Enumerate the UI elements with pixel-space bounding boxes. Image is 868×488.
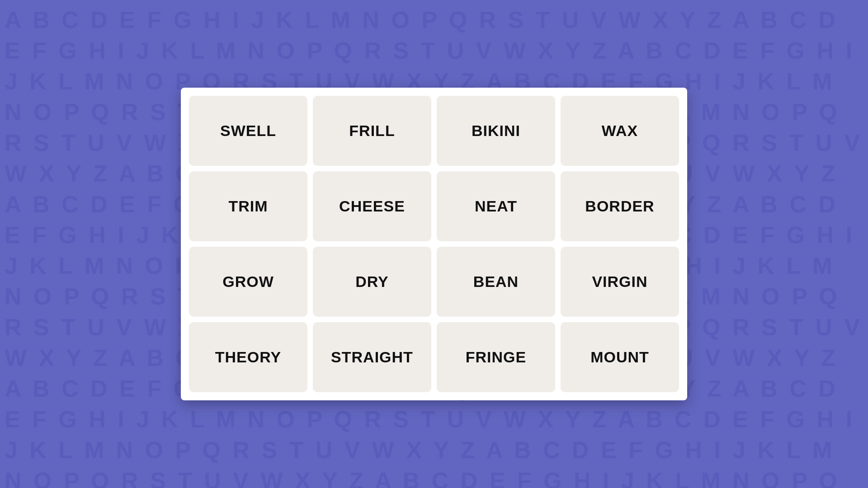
cell-label-16: MOUNT: [590, 348, 649, 366]
grid-cell-4[interactable]: WAX: [561, 96, 679, 166]
cell-label-11: BEAN: [473, 273, 519, 291]
grid-cell-12[interactable]: VIRGIN: [561, 247, 679, 317]
grid-cell-16[interactable]: MOUNT: [561, 322, 679, 392]
grid-cell-2[interactable]: FRILL: [313, 96, 431, 166]
grid-cell-10[interactable]: DRY: [313, 247, 431, 317]
cell-label-5: TRIM: [228, 197, 268, 215]
word-grid: SWELLFRILLBIKINIWAXTRIMCHEESENEATBORDERG…: [189, 96, 679, 392]
grid-cell-3[interactable]: BIKINI: [437, 96, 555, 166]
grid-cell-13[interactable]: THEORY: [189, 322, 307, 392]
grid-cell-5[interactable]: TRIM: [189, 171, 307, 241]
cell-label-13: THEORY: [215, 348, 281, 366]
cell-label-7: NEAT: [475, 197, 517, 215]
grid-cell-6[interactable]: CHEESE: [313, 171, 431, 241]
cell-label-14: STRAIGHT: [331, 348, 413, 366]
cell-label-2: FRILL: [349, 122, 395, 140]
grid-cell-1[interactable]: SWELL: [189, 96, 307, 166]
grid-cell-15[interactable]: FRINGE: [437, 322, 555, 392]
cell-label-15: FRINGE: [466, 348, 526, 366]
grid-cell-8[interactable]: BORDER: [561, 171, 679, 241]
cell-label-4: WAX: [602, 122, 638, 140]
grid-cell-9[interactable]: GROW: [189, 247, 307, 317]
grid-cell-14[interactable]: STRAIGHT: [313, 322, 431, 392]
cell-label-8: BORDER: [585, 197, 654, 215]
cell-label-9: GROW: [222, 273, 274, 291]
cell-label-1: SWELL: [220, 122, 276, 140]
cell-label-12: VIRGIN: [592, 273, 647, 291]
grid-cell-7[interactable]: NEAT: [437, 171, 555, 241]
cell-label-3: BIKINI: [472, 122, 520, 140]
cell-label-6: CHEESE: [339, 197, 405, 215]
grid-cell-11[interactable]: BEAN: [437, 247, 555, 317]
card-panel: SWELLFRILLBIKINIWAXTRIMCHEESENEATBORDERG…: [181, 88, 687, 400]
cell-label-10: DRY: [355, 273, 389, 291]
